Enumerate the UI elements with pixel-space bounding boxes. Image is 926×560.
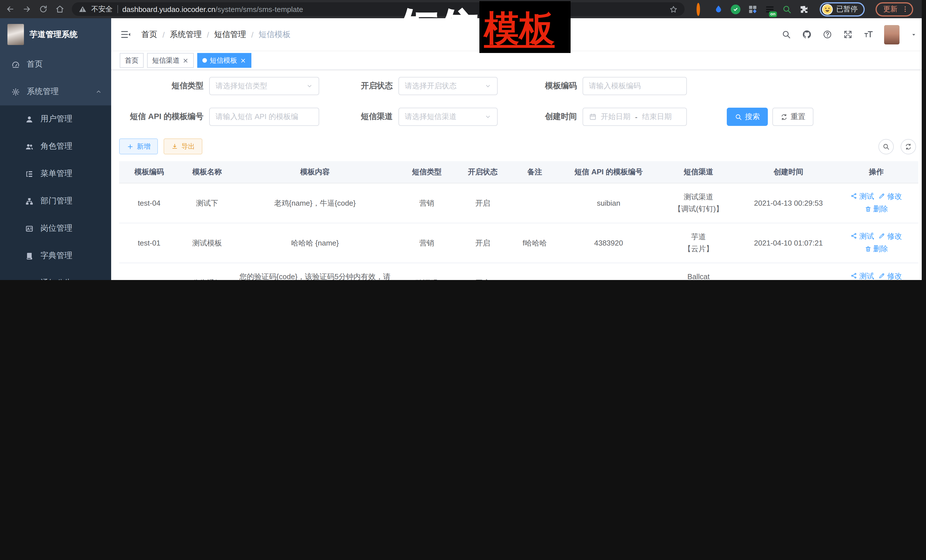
- table-row: test_02公告通知您的验证码{code}，该验证码5分钟内有效，请勿泄漏于他…: [119, 263, 918, 280]
- reset-button[interactable]: 重置: [772, 108, 813, 126]
- breadcrumb-item-system[interactable]: 系统管理: [170, 29, 202, 39]
- bookmark-star-icon[interactable]: [669, 5, 678, 14]
- delete-link[interactable]: 删除: [865, 203, 888, 215]
- sidebar-item-2[interactable]: 用户管理: [0, 106, 111, 133]
- tab-label: 短信模板: [210, 56, 237, 65]
- sidebar-item-4[interactable]: 菜单管理: [0, 160, 111, 187]
- blue-drop-extension-icon[interactable]: [714, 4, 723, 14]
- channel-tag: 【云片】: [658, 243, 739, 255]
- tab-sms-template[interactable]: 短信模板: [197, 53, 251, 68]
- date-range-picker[interactable]: 开始日期 - 结束日期: [583, 108, 687, 126]
- search-icon: [882, 143, 890, 150]
- delete-icon: [865, 205, 872, 212]
- github-icon[interactable]: [802, 30, 812, 39]
- placeholder: 请输入短信 API 的模板编: [215, 112, 298, 122]
- caret-down-icon[interactable]: [910, 31, 917, 38]
- action-label: 删除: [873, 243, 888, 255]
- sidebar-item-3[interactable]: 角色管理: [0, 133, 111, 160]
- green-check-extension-icon[interactable]: [731, 4, 740, 14]
- forward-icon[interactable]: [22, 5, 31, 14]
- filter-label: 开启状态: [319, 81, 398, 91]
- help-icon[interactable]: [823, 30, 832, 39]
- orange-ring-extension-icon[interactable]: [696, 4, 706, 14]
- refresh-icon: [780, 113, 788, 121]
- channel-select[interactable]: 请选择短信渠道: [398, 108, 498, 126]
- filter-label: 短信类型: [119, 81, 209, 91]
- export-label: 导出: [181, 142, 195, 151]
- cell-status: 开启: [459, 263, 507, 280]
- delete-link[interactable]: 删除: [865, 243, 888, 255]
- reload-icon[interactable]: [39, 5, 48, 14]
- toggle-search-button[interactable]: [878, 139, 894, 154]
- edit-link[interactable]: 修改: [879, 270, 902, 280]
- cell-remark: f哈哈哈: [507, 223, 563, 263]
- add-button[interactable]: 新增: [119, 139, 158, 154]
- share-icon: [851, 193, 858, 199]
- edit-link[interactable]: 修改: [879, 190, 902, 202]
- export-button[interactable]: 导出: [163, 139, 202, 154]
- apps-grid-extension-icon[interactable]: [748, 4, 758, 14]
- sidebar-item-1[interactable]: 系统管理: [0, 78, 111, 106]
- org-icon: [25, 197, 33, 205]
- sidebar-item-8[interactable]: 通知公告: [0, 269, 111, 280]
- home-icon[interactable]: [55, 5, 64, 14]
- search-icon[interactable]: [781, 30, 791, 39]
- placeholder: 请选择短信渠道: [405, 112, 457, 122]
- cell-api_template_id: SMS_207945135: [563, 263, 654, 280]
- cell-name: 公告通知: [179, 263, 235, 280]
- column-header: 备注: [507, 161, 563, 183]
- api-template-id-input[interactable]: 请输入短信 API 的模板编: [209, 108, 319, 126]
- sidebar-item-7[interactable]: 字典管理: [0, 242, 111, 269]
- download-icon: [171, 143, 179, 150]
- status-select[interactable]: 请选择开启状态: [398, 77, 498, 95]
- sidebar-item-6[interactable]: 岗位管理: [0, 215, 111, 242]
- tab-manager-extension-icon[interactable]: on: [765, 4, 775, 14]
- test-link[interactable]: 测试: [851, 190, 874, 202]
- sidebar-item-5[interactable]: 部门管理: [0, 187, 111, 215]
- search-label: 搜索: [745, 112, 760, 122]
- sidebar-item-0[interactable]: 首页: [0, 51, 111, 78]
- cell-channel: 芋道【云片】: [655, 223, 743, 263]
- edit-link[interactable]: 修改: [879, 230, 902, 242]
- chevron-up-icon: [95, 88, 102, 95]
- edit-icon: [879, 232, 885, 239]
- close-icon[interactable]: [182, 57, 189, 63]
- tab-label: 首页: [125, 56, 139, 65]
- sidebar-menu: 首页系统管理用户管理角色管理菜单管理部门管理岗位管理字典管理通知公告审计日志在线…: [0, 51, 111, 280]
- search-button[interactable]: 搜索: [727, 108, 768, 126]
- fullscreen-icon[interactable]: [843, 30, 853, 39]
- font-size-icon[interactable]: [864, 30, 873, 39]
- sidebar-item-label: 岗位管理: [41, 223, 73, 234]
- sidebar-item-label: 部门管理: [41, 196, 73, 206]
- browser-menu-icon[interactable]: [902, 5, 908, 13]
- close-icon[interactable]: [240, 57, 246, 63]
- tab-home[interactable]: 首页: [120, 53, 144, 68]
- back-icon[interactable]: [6, 5, 15, 14]
- filter-label: 模板编码: [498, 81, 583, 91]
- share-icon: [851, 232, 858, 239]
- address-bar[interactable]: 不安全 dashboard.yudao.iocoder.cn/system/sm…: [72, 2, 685, 16]
- test-link[interactable]: 测试: [851, 270, 874, 280]
- profile-chip[interactable]: 已暂停: [820, 2, 864, 16]
- refresh-table-button[interactable]: [901, 139, 916, 154]
- breadcrumb-item-home[interactable]: 首页: [141, 29, 157, 39]
- template-code-input[interactable]: 请输入模板编码: [583, 77, 687, 95]
- puzzle-extensions-icon[interactable]: [799, 4, 809, 14]
- sidebar-toggle-icon[interactable]: [120, 29, 131, 40]
- tab-sms-channel[interactable]: 短信渠道: [147, 53, 194, 68]
- sms-type-select[interactable]: 请选择短信类型: [209, 77, 319, 95]
- toolbar-right: [878, 139, 916, 154]
- search-extension-icon[interactable]: [782, 4, 792, 14]
- breadcrumb-item-sms[interactable]: 短信管理: [214, 29, 246, 39]
- share-icon: [851, 272, 858, 279]
- tab-label: 短信渠道: [152, 56, 180, 65]
- scrollbar-strip[interactable]: [922, 0, 926, 280]
- profile-label: 已暂停: [836, 4, 858, 14]
- update-button[interactable]: 更新: [875, 2, 913, 16]
- edit-icon: [879, 193, 885, 199]
- date-separator: -: [635, 113, 638, 121]
- test-link[interactable]: 测试: [851, 230, 874, 242]
- user-avatar[interactable]: [884, 25, 899, 44]
- cell-content: 老鸡{name}，牛逼{code}: [235, 183, 395, 223]
- app-logo[interactable]: 芋道管理系统: [0, 18, 111, 51]
